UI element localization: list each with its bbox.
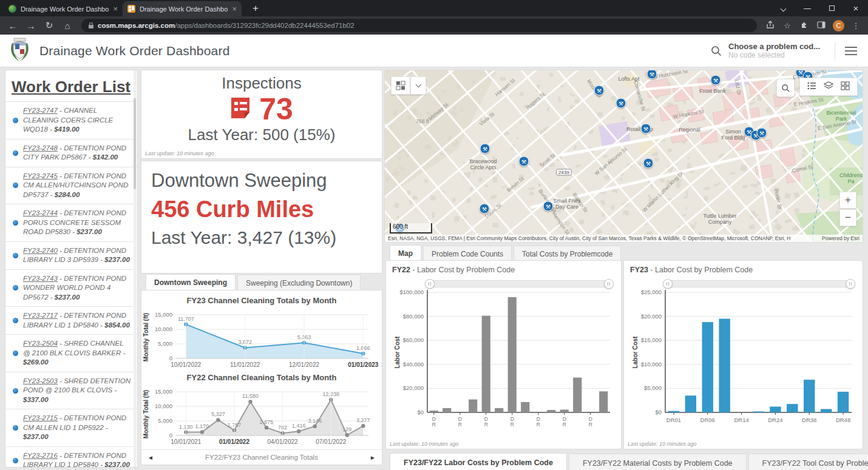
window-maximize-button[interactable]	[819, 4, 844, 13]
svg-text:04/01/2022: 04/01/2022	[268, 438, 298, 445]
work-order-item[interactable]: FY23-2747 - CHANNEL CLEANING COERS CIRCL…	[5, 101, 137, 139]
work-order-map-marker[interactable]: ⚒	[480, 204, 490, 214]
carousel-prev-icon[interactable]: ◄	[147, 454, 154, 461]
work-order-link[interactable]: FY23-2717	[23, 312, 58, 319]
tab-fy23-fy22-material-costs-by-problem-code[interactable]: FY23/FY22 Material Costs by Problem Code	[569, 454, 747, 470]
tab-title: Drainage Work Order Dashboard	[21, 5, 109, 13]
place-label: Small Fries Day Care	[553, 198, 580, 210]
work-order-map-marker[interactable]: ⚒	[480, 144, 490, 154]
svg-text:Labor Cost: Labor Cost	[632, 336, 639, 368]
tab-fy23-fy22-labor-costs-by-problem-code[interactable]: FY23/FY22 Labor Costs by Problem Code	[390, 453, 567, 470]
work-order-item[interactable]: FY23-2504 - SHRED CHANNEL @ 2100 BLK CLO…	[5, 334, 137, 372]
work-order-item[interactable]: FY23-2740 - DETENTION POND LIBRARY LID 3…	[5, 241, 137, 269]
window-dropdown-icon[interactable]	[771, 4, 795, 13]
svg-text:10/01/2021: 10/01/2021	[171, 438, 201, 445]
work-order-link[interactable]: FY23-2744	[23, 209, 58, 217]
layers-icon[interactable]	[824, 81, 833, 92]
map-tool-group	[799, 78, 858, 96]
tab-sweeping-excluding-downtown-[interactable]: Sweeping (Excluding Downtown)	[237, 275, 361, 292]
work-order-item[interactable]: FY23-2717 - DETENTION POND LIBRARY LID 1…	[5, 306, 137, 334]
work-order-map-marker[interactable]: ⚒	[641, 124, 651, 134]
carousel-next-icon[interactable]: ►	[370, 454, 376, 461]
place-label: Lofts Apt	[618, 76, 639, 82]
share-icon[interactable]	[763, 21, 778, 31]
problem-code-selector[interactable]: Choose a problem cod... No code selected	[704, 39, 826, 62]
svg-text:$40,000: $40,000	[403, 361, 424, 368]
status-dot-icon	[13, 425, 18, 431]
work-order-map-marker[interactable]: ⚒	[543, 201, 554, 212]
work-order-item[interactable]: FY23-2716 - DETENTION POND LIBRARY LID 1…	[5, 446, 137, 468]
slider-handle-right[interactable]	[604, 279, 614, 289]
dashboard-menu-button[interactable]	[835, 42, 860, 60]
work-order-link[interactable]: FY23-2747	[23, 107, 58, 114]
work-order-link[interactable]: FY23-2745	[23, 172, 58, 180]
back-button[interactable]: ←	[5, 21, 21, 31]
svg-text:01/01/2023: 01/01/2023	[348, 361, 378, 368]
tab-fy23-fy22-tool-cost-by-problem-code[interactable]: FY23/FY22 Tool Cost by Problem Code	[748, 454, 868, 470]
fy22-bar-chart: $0$20,000$40,000$60,000$80,000$100,000DR…	[392, 287, 615, 443]
menu-kebab-icon[interactable]: ⋮	[849, 21, 863, 30]
work-order-link[interactable]: FY23-2504	[23, 340, 58, 347]
work-order-link[interactable]: FY23-2716	[23, 452, 58, 459]
work-order-item[interactable]: FY23-2715 - DETENTION POND CM ALLEN LID …	[5, 409, 137, 446]
profile-avatar[interactable]: C	[833, 20, 844, 32]
basemap-gallery-icon[interactable]	[841, 81, 850, 93]
svg-text:5,000: 5,000	[158, 340, 172, 347]
work-order-item[interactable]: FY23-2503 - SHRED DETENTION POND @ 2100 …	[5, 372, 137, 409]
zoom-out-button[interactable]: −	[839, 209, 856, 226]
extensions-icon[interactable]	[797, 21, 812, 30]
work-order-map-marker[interactable]: ⚒	[616, 98, 626, 109]
work-order-link[interactable]: FY23-2715	[23, 414, 58, 421]
window-close-button[interactable]: ×	[844, 3, 868, 13]
forward-button[interactable]: →	[23, 21, 39, 31]
browser-tab-1[interactable]: Drainage Work Order Dashboard ×	[4, 1, 123, 16]
sidebar-scrollbar[interactable]	[134, 70, 137, 467]
reload-button[interactable]: ↻	[41, 20, 57, 31]
legend-list-icon[interactable]	[807, 81, 816, 92]
tab-close-icon[interactable]: ×	[113, 5, 118, 13]
sweeping-tabbar: Downtown SweepingSweeping (Excluding Dow…	[146, 274, 361, 292]
status-dot-icon	[13, 150, 18, 156]
carousel-label: FY22/FY23 Channel Cleaning Totals	[154, 454, 370, 461]
work-order-item[interactable]: FY23-2743 - DETENTION POND WONDER WORLD …	[5, 269, 137, 307]
fy22-category-slider[interactable]	[426, 280, 612, 287]
work-order-map-marker[interactable]: ⚒	[711, 75, 721, 86]
bookmark-star-icon[interactable]: ☆	[780, 21, 795, 30]
address-bar[interactable]: cosm.maps.arcgis.com/apps/dashboards/312…	[81, 19, 757, 32]
window-minimize-button[interactable]: —	[795, 4, 819, 13]
work-order-link[interactable]: FY23-2503	[23, 377, 58, 384]
home-button[interactable]: ⌂	[59, 21, 75, 31]
work-order-link[interactable]: FY23-2743	[23, 275, 58, 282]
tab-downtown-sweeping[interactable]: Downtown Sweeping	[146, 274, 236, 292]
inspections-count: 73	[259, 94, 293, 124]
map-search-button[interactable]	[776, 79, 795, 97]
svg-text:$80,000: $80,000	[403, 313, 424, 320]
basemap-dropdown-button[interactable]	[410, 76, 426, 95]
slider-handle-right[interactable]	[846, 279, 855, 289]
work-order-item[interactable]: FY23-2745 - DETENTION POND CM ALLEN/HUTC…	[5, 167, 137, 204]
fy23-category-slider[interactable]	[664, 280, 854, 287]
work-order-map-marker[interactable]: ⚒	[757, 128, 767, 138]
place-label: Regional	[679, 127, 700, 133]
tab-close-icon[interactable]: ×	[232, 5, 237, 13]
svg-text:01/01/2022: 01/01/2022	[219, 438, 249, 445]
map-panel[interactable]: Midway StViola StHansen StRogers StMoore…	[384, 70, 863, 243]
svg-text:$5,000: $5,000	[644, 384, 662, 391]
work-order-map-marker[interactable]: ⚒	[519, 156, 529, 167]
basemap-toggle-button[interactable]	[391, 76, 410, 95]
work-order-item[interactable]: FY23-2748 - DETENTION POND CITY PARK DP5…	[5, 139, 137, 167]
browser-tab-2[interactable]: Drainage Work Order Dashboard ×	[123, 1, 242, 16]
work-order-map-marker[interactable]: ⚒	[643, 158, 654, 169]
work-order-item[interactable]: FY23-2744 - DETENTION POND PORUS CONCRET…	[5, 204, 137, 241]
side-panel-icon[interactable]	[814, 21, 829, 30]
place-label: Bicentennial Park	[826, 110, 856, 123]
slider-handle-left[interactable]	[663, 279, 673, 289]
new-tab-button[interactable]: +	[248, 2, 263, 16]
work-order-link[interactable]: FY23-2748	[23, 144, 58, 152]
slider-handle-left[interactable]	[425, 279, 435, 289]
work-order-map-marker[interactable]: ⚒	[594, 86, 605, 96]
svg-text:5,327: 5,327	[211, 411, 225, 417]
work-order-link[interactable]: FY23-2740	[23, 247, 58, 254]
svg-text:2,675: 2,675	[260, 419, 274, 425]
zoom-in-button[interactable]: +	[839, 192, 856, 209]
